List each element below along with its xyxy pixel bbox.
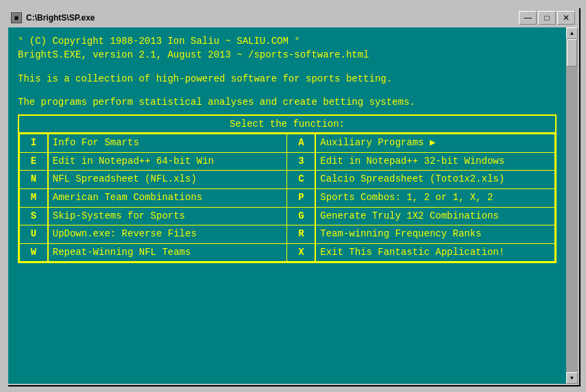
menu-label-left[interactable]: American Team Combinations (48, 188, 287, 207)
menu-key-left[interactable]: N (20, 171, 48, 189)
menu-header: Select the function: (19, 116, 555, 134)
line-4: This is a collection of high-powered sof… (18, 72, 557, 86)
main-window: ▣ C:\BrightS\SP.exe — □ ✕ ° (C) Copyrigh… (7, 7, 579, 385)
menu-label-right[interactable]: Team-winning Frequency Ranks (315, 225, 554, 244)
menu-key-right[interactable]: G (287, 207, 315, 225)
menu-row[interactable]: N NFL Spreadsheet (NFL.xls) C Calcio Spr… (20, 171, 555, 189)
blank-1 (18, 62, 557, 72)
menu-label-right[interactable]: Calcio Spreadsheet (Toto1x2.xls) (315, 171, 554, 189)
title-bar-left: ▣ C:\BrightS\SP.exe (11, 12, 95, 23)
scroll-thumb[interactable] (567, 39, 577, 66)
scroll-down-button[interactable]: ▼ (566, 372, 578, 384)
menu-label-right[interactable]: Auxiliary Programs ▶ (315, 134, 554, 153)
menu-label-left[interactable]: NFL Spreadsheet (NFL.xls) (48, 171, 287, 189)
menu-key-left[interactable]: I (20, 134, 48, 153)
menu-label-left[interactable]: Skip-Systems for Sports (48, 207, 287, 225)
menu-key-right[interactable]: A (287, 134, 315, 153)
menu-key-right[interactable]: 3 (287, 152, 315, 171)
menu-box: Select the function: I Info For Smarts A… (18, 114, 557, 263)
menu-label-left[interactable]: Edit in Notepad++ 64-bit Win (48, 152, 287, 171)
menu-label-left[interactable]: Repeat-Winning NFL Teams (48, 243, 287, 262)
menu-key-left[interactable]: U (20, 225, 48, 244)
menu-key-left[interactable]: W (20, 243, 48, 262)
scroll-track (566, 39, 578, 372)
menu-key-left[interactable]: M (20, 188, 48, 207)
menu-row[interactable]: E Edit in Notepad++ 64-bit Win 3 Edit in… (20, 152, 555, 171)
line-2: BrightS.EXE, version 2.1, August 2013 ~ … (18, 48, 557, 62)
window-icon: ▣ (11, 12, 22, 23)
blank-2 (18, 86, 557, 95)
menu-row[interactable]: M American Team Combinations P Sports Co… (20, 188, 555, 207)
title-bar: ▣ C:\BrightS\SP.exe — □ ✕ (8, 8, 578, 27)
maximize-button[interactable]: □ (538, 11, 556, 25)
menu-label-right[interactable]: Exit This Fantastic Application! (315, 243, 554, 262)
menu-key-right[interactable]: R (287, 225, 315, 244)
title-controls: — □ ✕ (519, 11, 575, 25)
menu-key-right[interactable]: C (287, 171, 315, 189)
menu-row[interactable]: S Skip-Systems for Sports G Generate Tru… (20, 207, 555, 225)
menu-table: I Info For Smarts A Auxiliary Programs ▶… (19, 134, 555, 262)
window-title: C:\BrightS\SP.exe (26, 13, 95, 23)
close-button[interactable]: ✕ (557, 11, 575, 25)
scroll-up-button[interactable]: ▲ (566, 27, 578, 39)
menu-label-right[interactable]: Edit in Notepad++ 32-bit Windows (315, 152, 554, 171)
menu-label-right[interactable]: Generate Truly 1X2 Combinations (315, 207, 554, 225)
menu-key-left[interactable]: S (20, 207, 48, 225)
menu-key-left[interactable]: E (20, 152, 48, 171)
menu-label-right[interactable]: Sports Combos: 1, 2 or 1, X, 2 (315, 188, 554, 207)
menu-key-right[interactable]: P (287, 188, 315, 207)
menu-row[interactable]: U UpDown.exe: Reverse Files R Team-winni… (20, 225, 555, 244)
menu-row[interactable]: W Repeat-Winning NFL Teams X Exit This F… (20, 243, 555, 262)
menu-label-left[interactable]: UpDown.exe: Reverse Files (48, 225, 287, 244)
menu-key-right[interactable]: X (287, 243, 315, 262)
menu-row[interactable]: I Info For Smarts A Auxiliary Programs ▶ (20, 134, 555, 153)
line-6: The programs perform statistical analyse… (18, 95, 557, 109)
menu-label-left[interactable]: Info For Smarts (48, 134, 287, 153)
line-1: ° (C) Copyright 1988-2013 Ion Saliu ~ SA… (18, 34, 557, 48)
scrollbar: ▲ ▼ (566, 27, 578, 384)
minimize-button[interactable]: — (519, 11, 537, 25)
content-area: ° (C) Copyright 1988-2013 Ion Saliu ~ SA… (8, 27, 578, 384)
terminal: ° (C) Copyright 1988-2013 Ion Saliu ~ SA… (8, 27, 566, 384)
